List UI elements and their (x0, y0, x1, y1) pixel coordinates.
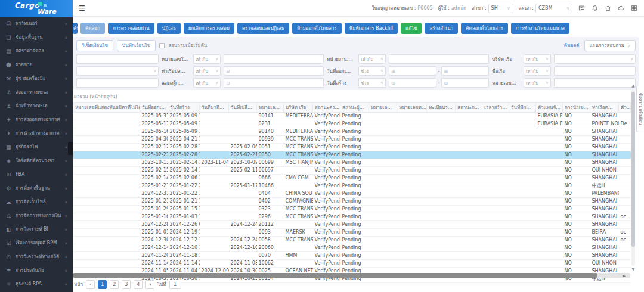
page-button-3[interactable]: 3 (122, 280, 131, 289)
sidebar-item-basic-data[interactable]: ❏ข้อมูลพื้นฐาน∨ (0, 30, 73, 44)
bell-icon[interactable] (591, 4, 599, 12)
column-header[interactable]: สถานะตร... (313, 103, 340, 113)
column-header[interactable]: สถานะผู้... (340, 103, 369, 113)
save-conditions-button[interactable]: บันทึกเงื่อนไข (117, 40, 156, 51)
column-header[interactable]: วันที่เปลี่... (229, 103, 257, 113)
date-input[interactable]: ⊞ (389, 78, 436, 88)
sidebar-item-rpa[interactable]: ⚛หุ่นยนต์ RPA∨ (0, 277, 73, 291)
column-header[interactable]: วันที่มาถึ... (200, 103, 229, 113)
table-row[interactable]: 2025-01-012024-12-19 17:00...0093MAERSKV… (73, 229, 631, 237)
edit-button[interactable]: แก้ไข (401, 23, 422, 34)
table-row[interactable]: 2025-01-232025-01-22 22:26...2025-01-17 … (73, 182, 631, 190)
filter-input[interactable] (224, 54, 324, 64)
column-header[interactable]: หมายเล... (369, 103, 397, 113)
page-button-2[interactable]: 2 (110, 280, 119, 289)
reset-conditions-button[interactable]: รีเซ็ตเงื่อนไข (76, 40, 113, 51)
next-page-button[interactable]: › (145, 280, 154, 289)
column-header[interactable]: ทะเบียนร... (427, 103, 456, 113)
scroll-down-icon[interactable]: ▼ (631, 267, 636, 272)
query-on-start-checkbox[interactable] (159, 43, 165, 48)
filter-select[interactable]: ∨ (76, 66, 159, 76)
cloud-icon[interactable] (617, 4, 625, 12)
table-row[interactable]: 2024-11-202024-11-18 14:21...0070HMMVeri… (73, 252, 631, 260)
verify-pass-button[interactable]: การตรวจสอบผ่าน (108, 23, 154, 34)
column-header[interactable]: ตัว... (619, 103, 631, 113)
column-header[interactable]: การนำเข... (563, 103, 590, 113)
filter-input[interactable] (554, 78, 636, 88)
reject-button[interactable]: ปฏิเสธ (157, 23, 181, 34)
sidebar-item-logistics[interactable]: ◈โลจิสติกส์ครบวงจร∨ (0, 154, 73, 167)
table-row[interactable]: 2025-04-302025-04-21 16:53...00939MCC TR… (73, 136, 631, 144)
comment-icon[interactable] (578, 4, 586, 12)
column-header[interactable]: วันที่ออกเ... (140, 103, 168, 113)
vertical-scrollbar[interactable]: ▲ ▼ (631, 83, 636, 272)
column-header[interactable]: บริษัท เรือ (284, 103, 313, 113)
filter-operator-select[interactable]: ช่วง∨ (358, 78, 386, 88)
filter-input[interactable] (76, 78, 159, 88)
sidebar-item-insurance[interactable]: ☂การประกันภัย∨ (0, 263, 73, 277)
copy-ticket-button[interactable]: คัดลอกตั๋วโดยสาร (461, 23, 508, 34)
filter-input[interactable] (389, 54, 489, 64)
column-header[interactable]: ท่าเรือต... (590, 103, 619, 113)
sidebar-item-bpm[interactable]: ☑เรื่องการอนุมัติ BPM∨ (0, 236, 73, 250)
sidebar-item-fba[interactable]: ⊞FBA∨ (0, 167, 73, 181)
sidebar-item-tool-assistant[interactable]: ⚒ผู้ช่วยเครื่องมือ∨ (0, 72, 73, 85)
filter-operator-select[interactable]: เท่ากับ∨ (193, 78, 221, 88)
column-header[interactable]: หมายเลขที่แสดงพันธมิตรที่ไม่ได้รับมอบหมา… (73, 103, 140, 113)
sidebar-item-partner[interactable]: ☺พาร์ทเนอร์∨ (0, 17, 73, 30)
horizontal-scroll-track[interactable] (73, 273, 630, 278)
sidebar-item-finance[interactable]: ⚖การจัดการทางการเงิน∨ (0, 209, 73, 222)
filter-operator-select[interactable]: เท่ากับ∨ (524, 78, 551, 88)
table-row[interactable]: 2024-11-142024-11-14 22:42...2024-11-08 … (73, 260, 631, 268)
date-input[interactable]: ⊞ (441, 78, 489, 88)
column-header[interactable]: วันที่สร้าง (168, 103, 200, 113)
sidebar-item-bi[interactable]: ◧การวิเคราะห์ BI∨ (0, 222, 73, 236)
date-input[interactable]: ⊞ (389, 66, 436, 76)
filter-operator-select[interactable]: เท่ากับ∨ (358, 54, 386, 64)
table-row[interactable]: 2025-05-172025-05-09 14:42...0231VerifyP… (73, 120, 631, 128)
table-row[interactable]: 2025-01-292025-01-15 10:52...0323MCC TRA… (73, 206, 631, 213)
create-copy-button[interactable]: สร้างสำเนา (425, 23, 458, 34)
apps-grid-icon[interactable] (630, 4, 638, 12)
table-row[interactable]: 2025-01-162025-01-03 10:32...0296MCC TRA… (73, 213, 631, 221)
sidebar-item-sea-export[interactable]: ⚓ส่งออกทางทะเล∨ (0, 85, 73, 99)
scroll-right-icon[interactable]: ► (623, 274, 626, 278)
column-header[interactable]: เวลาสร้า... (482, 103, 509, 113)
filter-input[interactable] (554, 66, 636, 76)
sidebar-item-air-export[interactable]: ✈การส่งออกทางอากาศ∨ (0, 113, 73, 126)
default-link[interactable]: ดีฟอลต์ (564, 42, 580, 49)
sidebar-item-file-storage[interactable]: ☁การจัดเก็บไฟล์∨ (0, 195, 73, 209)
sidebar-item-rail[interactable]: ▦ธุรกิจรถไฟ∨ (0, 140, 73, 154)
column-header[interactable]: หมายเล... (257, 103, 284, 113)
scroll-up-icon[interactable]: ▲ (631, 83, 636, 88)
sidebar-item-air-import[interactable]: ✈การนำเข้าทางอากาศ∨ (0, 126, 73, 140)
sidebar-item-statistics[interactable]: ◷การวิเคราะห์ทางสถิติ∨ (0, 250, 73, 263)
department-select[interactable]: CZBM ∨ (535, 4, 572, 13)
column-header[interactable]: สถานะก... (456, 103, 482, 113)
page-button-1[interactable]: 1 (98, 280, 107, 289)
print-backfill-button[interactable]: พิมพ์เอกสาร Backfill (345, 23, 398, 34)
column-header[interactable]: หมายเลขห... (397, 103, 427, 113)
manual-operation-button[interactable]: การทำงานโดยแมนนวล (511, 23, 569, 34)
table-row[interactable]: 2025-02-122025-02-28 11:11...2025-02-06 … (73, 144, 631, 151)
prev-page-button[interactable]: ‹ (86, 280, 95, 289)
drawer-handle[interactable] (68, 142, 73, 155)
column-header[interactable]: ตัวแทนจั... (536, 103, 563, 113)
goto-page-input[interactable] (169, 281, 181, 289)
sidebar-item-shipping-rate[interactable]: ▤อัตราค่าจัดส่ง∨ (0, 44, 73, 58)
forbid-ticket-button[interactable]: ห้ามออกตั๋วโดยสาร (292, 23, 342, 34)
page-button-4[interactable]: 4 (134, 280, 143, 289)
filter-input[interactable] (76, 54, 159, 64)
horizontal-scroll-thumb[interactable] (73, 273, 597, 278)
verify-reject-button[interactable]: ตรวจสอบและปฏิเสธ (237, 23, 289, 34)
search-button[interactable]: ค้นหา (73, 23, 78, 34)
filter-select[interactable]: ∨ (554, 54, 636, 64)
table-row[interactable]: 2025-01-212025-01-21 15:16...0402COMPAGN… (73, 198, 631, 206)
hamburger-menu-icon[interactable]: ☰ (79, 4, 85, 13)
filter-operator-select[interactable]: ช่วง∨ (358, 66, 386, 76)
query-plan-select[interactable]: แผนการสอบถาม ∨ (584, 40, 636, 51)
table-row[interactable]: 2024-12-142024-12-10 12:22...2024-12-10 … (73, 244, 631, 252)
sidebar-item-basic-settings[interactable]: ⚙การตั้งค่าพื้นฐาน∨ (0, 181, 73, 195)
table-row[interactable]: 2025-02-272025-02-28 10:13...2025-02-21 … (73, 151, 631, 159)
home-icon[interactable] (604, 4, 612, 12)
